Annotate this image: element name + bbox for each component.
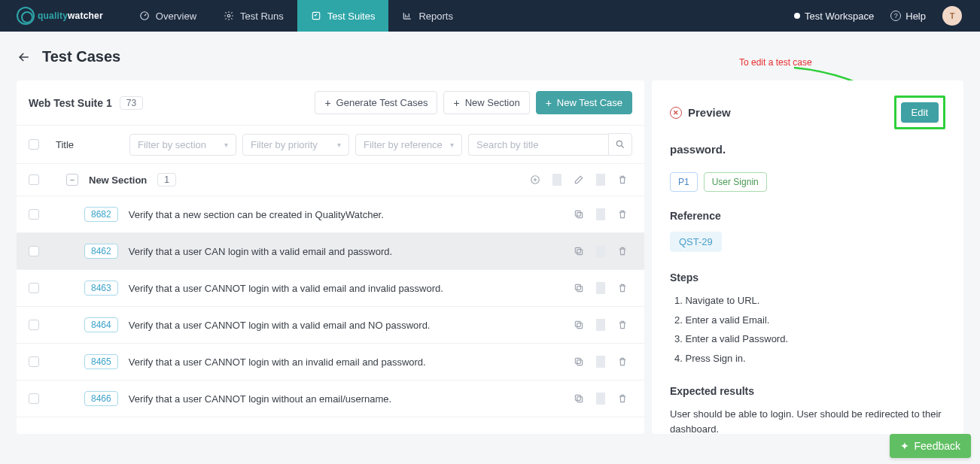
copy-case-icon[interactable] (569, 244, 589, 258)
svg-rect-6 (575, 211, 580, 216)
case-id-pill[interactable]: 8466 (84, 391, 118, 406)
nav-testruns[interactable]: Test Runs (210, 0, 297, 32)
svg-point-1 (227, 14, 230, 17)
chevron-down-icon: ▾ (224, 141, 228, 149)
case-id-pill[interactable]: 8462 (84, 244, 118, 259)
separator (596, 174, 605, 186)
copy-case-icon[interactable] (569, 208, 589, 221)
svg-rect-2 (312, 12, 319, 19)
steps-heading: Steps (670, 270, 945, 286)
preview-case-title-tail: password. (670, 141, 945, 159)
nav-label: Test Runs (240, 11, 284, 22)
sparkle-icon: ✦ (900, 440, 909, 452)
row-checkbox[interactable] (29, 393, 39, 404)
suite-icon (311, 11, 321, 21)
delete-case-icon[interactable] (613, 355, 632, 368)
separator (596, 282, 605, 294)
test-case-rows: 8682 Verify that a new section can be cr… (17, 196, 644, 434)
title-column-header: Title (56, 139, 74, 150)
section-checkbox[interactable] (29, 174, 39, 185)
delete-case-icon[interactable] (613, 244, 632, 258)
delete-case-icon[interactable] (613, 392, 632, 405)
nav-testsuites[interactable]: Test Suites (297, 0, 389, 32)
logo[interactable]: qualitywatcher (17, 7, 103, 25)
case-title: Verify that a user CAN login with a vali… (129, 246, 392, 257)
new-section-button[interactable]: +New Section (443, 91, 529, 114)
test-cases-list-panel: Web Test Suite 1 73 +Generate Test Cases… (17, 80, 644, 434)
preview-panel: ✕ Preview Edit password. P1 User Signin … (652, 80, 963, 434)
filter-reference-select[interactable]: Filter by reference▾ (355, 134, 462, 156)
feedback-button[interactable]: ✦ Feedback (890, 434, 971, 458)
close-preview-icon[interactable]: ✕ (670, 107, 682, 119)
separator (596, 319, 605, 331)
nav-label: Reports (418, 11, 453, 22)
case-title: Verify that a user CANNOT login with an … (129, 356, 426, 368)
svg-rect-5 (577, 213, 583, 218)
svg-rect-10 (575, 284, 580, 290)
delete-case-icon[interactable] (613, 208, 632, 221)
workspace-switcher[interactable]: Test Workspace (794, 11, 874, 22)
suite-name: Web Test Suite 1 (29, 97, 112, 109)
filter-row: Title Filter by section▾ Filter by prior… (17, 125, 644, 164)
test-case-row[interactable]: 8466 Verify that a user CANNOT login wit… (17, 381, 644, 417)
help-link[interactable]: ? Help (890, 11, 926, 22)
copy-case-icon[interactable] (569, 281, 589, 295)
svg-rect-12 (575, 321, 580, 326)
delete-case-icon[interactable] (613, 318, 632, 332)
suite-count: 73 (120, 96, 143, 110)
case-id-pill[interactable]: 8463 (84, 281, 118, 296)
edit-button-highlight: Edit (894, 96, 945, 129)
select-all-checkbox[interactable] (29, 139, 39, 150)
row-checkbox[interactable] (29, 246, 39, 256)
filter-section-select[interactable]: Filter by section▾ (129, 134, 236, 156)
expected-text: User should be able to login. User shoul… (670, 407, 945, 434)
section-name: New Section (89, 174, 147, 186)
delete-section-icon[interactable] (613, 173, 632, 187)
case-id-pill[interactable]: 8682 (84, 207, 118, 222)
btn-label: New Section (465, 97, 520, 108)
nav-overview[interactable]: Overview (126, 0, 210, 32)
copy-case-icon[interactable] (569, 392, 589, 405)
svg-rect-11 (577, 323, 583, 329)
svg-rect-9 (577, 287, 583, 292)
svg-rect-8 (575, 247, 580, 253)
test-case-row[interactable]: 8462 Verify that a user CAN login with a… (17, 233, 644, 270)
section-row: − New Section 1 (17, 164, 644, 196)
add-case-icon[interactable] (525, 173, 545, 187)
test-case-row[interactable]: 8465 Verify that a user CANNOT login wit… (17, 344, 644, 381)
svg-point-3 (616, 141, 622, 146)
edit-section-icon[interactable] (569, 173, 589, 187)
separator (596, 356, 605, 368)
new-test-case-button[interactable]: +New Test Case (536, 91, 632, 114)
nav-reports[interactable]: Reports (388, 0, 467, 32)
row-checkbox[interactable] (29, 356, 39, 367)
copy-case-icon[interactable] (569, 355, 589, 368)
collapse-section-icon[interactable]: − (66, 174, 78, 186)
step-item: Enter a valid Password. (674, 332, 945, 347)
row-checkbox[interactable] (29, 320, 39, 330)
case-id-pill[interactable]: 8465 (84, 354, 118, 369)
back-arrow-icon[interactable] (17, 50, 32, 65)
avatar[interactable]: T (942, 6, 962, 26)
edit-button[interactable]: Edit (901, 102, 939, 123)
plus-icon: + (324, 98, 330, 108)
copy-case-icon[interactable] (569, 318, 589, 332)
filter-priority-select[interactable]: Filter by priority▾ (242, 134, 349, 156)
case-title: Verify that a new section can be created… (129, 209, 384, 220)
reference-link[interactable]: QST-29 (670, 232, 722, 253)
row-checkbox[interactable] (29, 283, 39, 293)
test-case-row[interactable]: 8682 Verify that a new section can be cr… (17, 196, 644, 233)
search-title-input[interactable] (468, 134, 608, 156)
test-case-row[interactable]: 8463 Verify that a user CANNOT login wit… (17, 270, 644, 307)
btn-label: Generate Test Cases (336, 97, 428, 108)
step-item: Press Sign in. (674, 351, 945, 366)
nav-items: Overview Test Runs Test Suites Reports (126, 0, 467, 32)
generate-test-cases-button[interactable]: +Generate Test Cases (315, 91, 437, 114)
search-button[interactable] (608, 133, 632, 156)
case-id-pill[interactable]: 8464 (84, 317, 118, 332)
delete-case-icon[interactable] (613, 281, 632, 295)
test-case-row[interactable]: 8464 Verify that a user CANNOT login wit… (17, 307, 644, 344)
row-checkbox[interactable] (29, 209, 39, 220)
gear-icon (224, 11, 234, 21)
separator (596, 245, 605, 257)
